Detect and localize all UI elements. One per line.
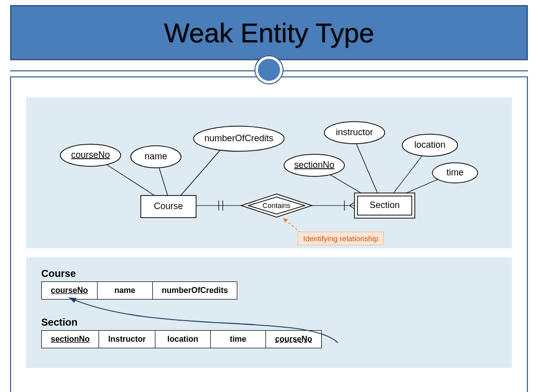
title-bar: Weak Entity Type [10,5,528,60]
schema-section-label: Section [41,317,502,328]
attr-sectionNo-label: sectionNo [294,160,334,170]
content-frame: Course Section Contains courseNo name nu… [10,76,528,392]
attr-time-label: time [446,167,464,177]
col-fk-courseNo: courseNo [275,335,312,343]
attr-instructor-label: instructor [336,127,373,137]
attr-name-label: name [144,151,167,161]
col-time: time [211,331,266,348]
table-row: courseNo name numberOfCredits [42,282,237,300]
attr-location-label: location [414,140,445,150]
schema-course-label: Course [41,268,502,279]
callout-identifying-relationship: Identifying relationship [298,232,384,245]
attr-courseNo-label: courseNo [71,150,110,160]
col-sectionNo: sectionNo [51,335,89,343]
entity-course-label: Course [154,201,183,211]
er-diagram-panel: Course Section Contains courseNo name nu… [26,97,512,248]
schema-section-table: sectionNo Instructor location time cours… [41,330,322,348]
entity-section-label: Section [370,200,400,210]
col-location: location [155,331,211,348]
circle-decoration-icon [255,56,283,83]
col-courseNo: courseNo [51,286,88,295]
schema-panel: Course courseNo name numberOfCredits Sec… [26,257,512,368]
er-diagram: Course Section Contains courseNo name nu… [26,97,512,248]
col-numberOfCredits: numberOfCredits [152,282,237,300]
relationship-label: Contains [262,202,290,210]
schema-course-table: courseNo name numberOfCredits [41,281,237,300]
col-instructor: Instructor [99,331,155,348]
slide-title: Weak Entity Type [164,17,374,48]
table-row: sectionNo Instructor location time cours… [42,331,322,348]
col-name: name [97,282,152,300]
attr-numberOfCredits-label: numberOfCredits [204,133,273,143]
